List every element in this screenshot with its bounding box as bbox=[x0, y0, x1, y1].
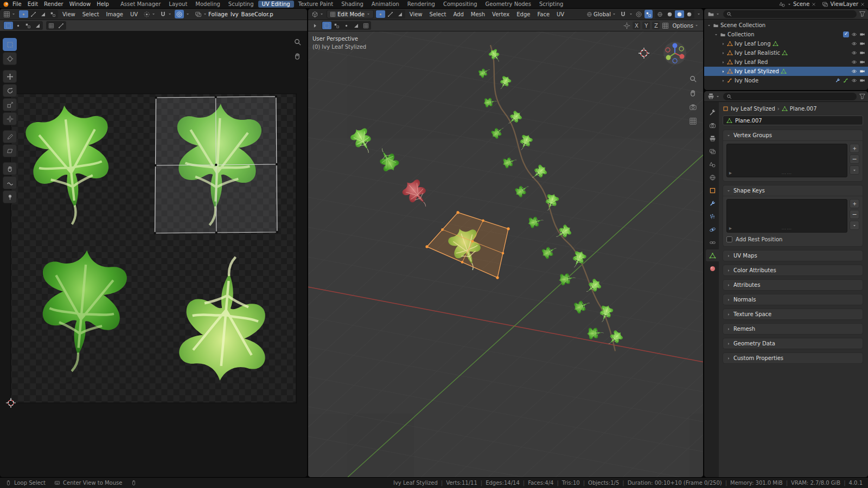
sticky-mode-button[interactable] bbox=[23, 22, 33, 29]
image-selector[interactable]: Foliage_Ivy_BaseColor.p bbox=[194, 10, 305, 18]
cursor-tool[interactable] bbox=[3, 52, 17, 65]
viewport-canvas[interactable]: User Perspective (0) Ivy Leaf Stylized bbox=[308, 31, 703, 477]
edge-select-button[interactable] bbox=[386, 10, 395, 18]
output-properties-tab[interactable] bbox=[706, 132, 719, 144]
tool-properties-tab[interactable] bbox=[706, 106, 719, 118]
outliner-row-object-selected[interactable]: Ivy Leaf Stylized bbox=[704, 67, 868, 76]
expand-icon[interactable] bbox=[721, 60, 725, 65]
tab-uv-editing[interactable]: UV Editing bbox=[258, 1, 294, 8]
disable-render-icon[interactable] bbox=[859, 31, 865, 37]
tab-geometry-nodes[interactable]: Geometry Nodes bbox=[482, 1, 535, 8]
shear-tool[interactable] bbox=[3, 144, 17, 157]
relax-tool[interactable] bbox=[3, 176, 17, 189]
custom-properties-panel-header[interactable]: Custom Properties bbox=[723, 353, 863, 363]
tab-shading[interactable]: Shading bbox=[337, 1, 367, 8]
object-data-properties-tab[interactable] bbox=[706, 249, 719, 261]
shape-keys-list[interactable]: ▸⋯⋯ bbox=[726, 199, 847, 233]
zoom-icon[interactable] bbox=[293, 38, 302, 46]
vp-menu-view[interactable]: View bbox=[407, 11, 425, 18]
hide-eye-icon[interactable] bbox=[851, 41, 857, 47]
tab-texture-paint[interactable]: Texture Paint bbox=[295, 1, 337, 8]
tab-compositing[interactable]: Compositing bbox=[439, 1, 481, 8]
chevron-down-icon[interactable] bbox=[629, 12, 633, 16]
select-box-tool[interactable] bbox=[3, 38, 17, 51]
collection-checkbox[interactable] bbox=[843, 31, 849, 37]
constraint-properties-tab[interactable] bbox=[706, 236, 719, 248]
render-properties-tab[interactable] bbox=[706, 119, 719, 131]
vp-menu-vertex[interactable]: Vertex bbox=[489, 11, 512, 18]
disable-render-icon[interactable] bbox=[859, 78, 865, 84]
add-vertex-group-button[interactable]: ＋ bbox=[850, 144, 859, 153]
vp-menu-edge[interactable]: Edge bbox=[514, 11, 533, 18]
vertex-select-button[interactable] bbox=[376, 10, 385, 18]
viewlayer-selector[interactable]: ViewLayer bbox=[822, 1, 865, 8]
mirror-x-toggle[interactable]: X bbox=[633, 22, 640, 29]
disable-render-icon[interactable] bbox=[859, 50, 865, 56]
face-select-button[interactable] bbox=[395, 10, 405, 18]
xray-toggle[interactable] bbox=[644, 10, 653, 18]
attributes-panel-header[interactable]: Attributes bbox=[723, 280, 863, 290]
wireframe-shading-button[interactable] bbox=[655, 10, 665, 18]
disable-render-icon[interactable] bbox=[859, 59, 865, 65]
uv-canvas[interactable] bbox=[0, 31, 307, 477]
uv-select-face-button[interactable] bbox=[39, 10, 48, 18]
menu-help[interactable]: Help bbox=[94, 1, 112, 8]
transform-orientation-dropdown[interactable]: Global bbox=[585, 10, 617, 18]
uv-menu-view[interactable]: View bbox=[60, 11, 78, 18]
outliner-row-collection[interactable]: Collection bbox=[704, 30, 868, 39]
editor-type-button[interactable] bbox=[310, 10, 325, 18]
texture-space-panel-header[interactable]: Texture Space bbox=[723, 309, 863, 319]
pin-tool[interactable] bbox=[3, 190, 17, 203]
sticky-mode-button[interactable] bbox=[33, 22, 42, 29]
mode-dropdown[interactable]: Edit Mode bbox=[327, 10, 374, 18]
rendered-shading-button[interactable] bbox=[685, 10, 694, 18]
uv-select-edge-button[interactable] bbox=[29, 10, 38, 18]
uv-select-island-button[interactable] bbox=[48, 10, 58, 18]
normals-panel-header[interactable]: Normals bbox=[723, 294, 863, 305]
world-properties-tab[interactable] bbox=[706, 171, 719, 183]
tab-layout[interactable]: Layout bbox=[165, 1, 191, 8]
pan-hand-icon[interactable] bbox=[689, 89, 697, 97]
geometry-data-panel-header[interactable]: Geometry Data bbox=[723, 338, 863, 349]
tool-option-button[interactable] bbox=[322, 22, 331, 29]
outliner-search-input[interactable] bbox=[723, 10, 857, 18]
active-tool-icon[interactable] bbox=[311, 22, 318, 29]
overlay-toggle-button[interactable] bbox=[56, 22, 66, 29]
annotate-tool[interactable] bbox=[3, 130, 17, 143]
hide-eye-icon[interactable] bbox=[851, 50, 857, 56]
options-dropdown[interactable]: Options bbox=[671, 21, 700, 30]
remove-shape-key-button[interactable]: − bbox=[850, 210, 859, 219]
hide-eye-icon[interactable] bbox=[851, 59, 857, 65]
mirror-icon[interactable] bbox=[623, 22, 630, 29]
uv-select-vertex-button[interactable] bbox=[19, 10, 28, 18]
scene-properties-tab[interactable] bbox=[706, 158, 719, 170]
sticky-mode-button[interactable] bbox=[4, 22, 13, 29]
tab-asset-manager[interactable]: Asset Manager bbox=[117, 1, 164, 8]
vp-menu-uv[interactable]: UV bbox=[554, 11, 567, 18]
outliner-row-object[interactable]: Ivy Leaf Realistic bbox=[704, 48, 868, 57]
hide-eye-icon[interactable] bbox=[851, 78, 857, 84]
disable-render-icon[interactable] bbox=[859, 68, 865, 74]
color-attributes-panel-header[interactable]: Color Attributes bbox=[723, 265, 863, 275]
move-tool[interactable] bbox=[3, 70, 17, 83]
pan-hand-icon[interactable] bbox=[293, 52, 302, 60]
snap-button[interactable] bbox=[158, 10, 173, 18]
hide-eye-icon[interactable] bbox=[851, 68, 857, 74]
tool-option-button[interactable] bbox=[361, 22, 371, 29]
overlay-toggle-button[interactable] bbox=[47, 22, 56, 29]
camera-view-icon[interactable] bbox=[689, 103, 697, 111]
mesh-name-field[interactable]: Plane.007 bbox=[723, 115, 863, 125]
hide-eye-icon[interactable] bbox=[851, 31, 857, 37]
modifier-properties-tab[interactable] bbox=[706, 197, 719, 209]
disable-render-icon[interactable] bbox=[859, 41, 865, 47]
rotate-tool[interactable] bbox=[3, 84, 17, 97]
editor-type-button[interactable] bbox=[706, 92, 721, 101]
outliner-row-object[interactable]: Ivy Node bbox=[704, 76, 868, 85]
menu-window[interactable]: Window bbox=[67, 1, 93, 8]
tab-animation[interactable]: Animation bbox=[368, 1, 403, 8]
tab-scripting[interactable]: Scripting bbox=[535, 1, 567, 8]
modifier-icon[interactable] bbox=[835, 78, 841, 84]
tab-rendering[interactable]: Rendering bbox=[404, 1, 439, 8]
expand-icon[interactable] bbox=[721, 42, 725, 46]
vertex-groups-list[interactable]: ▸⋯⋯ bbox=[726, 144, 847, 177]
